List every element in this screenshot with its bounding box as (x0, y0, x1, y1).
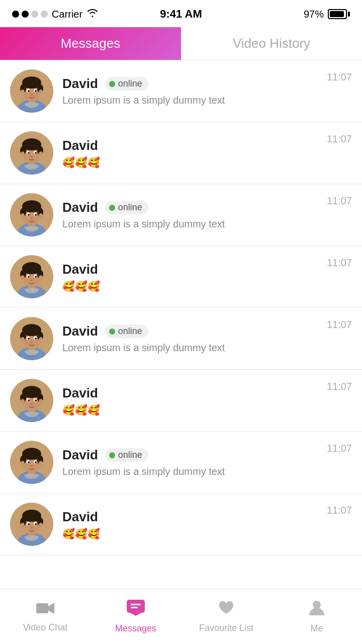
video-chat-icon (36, 601, 55, 619)
svg-point-40 (35, 214, 37, 216)
nav-me-label: Me (310, 623, 323, 634)
status-left: Carrier (12, 9, 99, 20)
svg-point-39 (28, 214, 30, 216)
message-header: David online (62, 324, 318, 339)
status-right: 97% (304, 9, 350, 20)
message-name: David (62, 200, 98, 215)
message-name: David (62, 76, 98, 92)
svg-point-41 (31, 217, 33, 219)
nav-me[interactable]: Me (272, 589, 362, 644)
message-header: David online (62, 447, 318, 463)
message-header: David online (62, 200, 318, 215)
message-content: David 🥰🥰🥰 (62, 262, 318, 292)
messages-icon (126, 599, 145, 620)
wifi-icon (86, 9, 99, 20)
avatar (10, 503, 53, 546)
online-badge: online (105, 325, 148, 338)
online-badge: online (105, 201, 148, 214)
message-header: David online (62, 76, 318, 92)
svg-point-12 (35, 90, 37, 92)
svg-point-49 (21, 275, 25, 280)
status-time: 9:41 AM (160, 8, 202, 21)
svg-point-81 (28, 399, 30, 401)
message-header: David (62, 262, 318, 277)
message-header: David (62, 385, 318, 401)
svg-rect-114 (131, 604, 141, 605)
message-content: David online Lorem ipsum is a simply dum… (62, 200, 318, 230)
svg-point-27 (31, 155, 33, 157)
svg-point-26 (35, 152, 37, 154)
svg-point-105 (21, 523, 25, 528)
message-time: 11:07 (327, 195, 352, 207)
message-item[interactable]: David online Lorem ipsum is a simply dum… (0, 432, 362, 494)
message-time: 11:07 (327, 443, 352, 454)
message-time: 11:07 (327, 133, 352, 145)
message-time: 11:07 (327, 381, 352, 392)
online-label: online (118, 78, 142, 89)
svg-point-96 (35, 461, 37, 463)
svg-point-21 (21, 151, 25, 156)
message-preview: Lorem ipsum is a simply dummy text (62, 342, 318, 354)
me-icon (309, 599, 325, 620)
svg-point-7 (21, 90, 25, 95)
svg-point-97 (31, 465, 33, 467)
svg-point-35 (21, 213, 25, 218)
svg-point-55 (31, 279, 33, 281)
message-content: David 🥰🥰🥰 (62, 385, 318, 416)
online-dot (109, 205, 115, 211)
message-content: David online Lorem ipsum is a simply dum… (62, 76, 318, 106)
online-badge: online (105, 448, 148, 462)
svg-point-106 (39, 523, 43, 528)
tab-messages[interactable]: Messages (0, 27, 181, 60)
message-content: David online Lorem ipsum is a simply dum… (62, 447, 318, 477)
svg-point-92 (39, 461, 43, 466)
online-dot (109, 452, 115, 458)
message-item[interactable]: David 🥰🥰🥰 11:07 (0, 246, 362, 308)
nav-messages[interactable]: Messages (90, 589, 181, 644)
message-item[interactable]: David online Lorem ipsum is a simply dum… (0, 308, 362, 370)
nav-favourite-list[interactable]: Favourite List (181, 589, 272, 644)
online-label: online (118, 326, 142, 337)
message-item[interactable]: David 🥰🥰🥰 11:07 (0, 494, 362, 555)
message-header: David (62, 509, 318, 525)
message-preview: 🥰🥰🥰 (62, 528, 318, 540)
message-content: David 🥰🥰🥰 (62, 509, 318, 540)
message-time: 11:07 (327, 505, 352, 516)
svg-point-109 (28, 523, 30, 525)
svg-point-116 (313, 601, 321, 609)
message-item[interactable]: David online Lorem ipsum is a simply dum… (0, 184, 362, 246)
battery-icon (328, 9, 350, 19)
svg-rect-112 (36, 603, 48, 613)
status-bar: Carrier 9:41 AM 97% (0, 0, 362, 27)
svg-point-91 (21, 461, 25, 466)
message-item[interactable]: David online Lorem ipsum is a simply dum… (0, 60, 362, 122)
svg-point-50 (39, 275, 43, 280)
online-dot (109, 81, 115, 87)
message-preview: Lorem ipsum is a simply dummy text (62, 95, 318, 106)
avatar (10, 193, 53, 236)
battery-percent: 97% (304, 9, 324, 20)
message-item[interactable]: David 🥰🥰🥰 11:07 (0, 370, 362, 432)
avatar (10, 441, 53, 484)
svg-point-83 (31, 403, 33, 405)
message-time: 11:07 (327, 71, 352, 83)
svg-point-53 (28, 276, 30, 278)
svg-point-78 (39, 399, 43, 404)
svg-point-67 (28, 338, 30, 340)
message-name: David (62, 138, 98, 153)
message-preview: Lorem ipsum is a simply dummy text (62, 218, 318, 230)
message-name: David (62, 447, 98, 463)
svg-point-69 (31, 341, 33, 343)
tab-video-history[interactable]: Video History (181, 27, 362, 60)
message-item[interactable]: David 🥰🥰🥰 11:07 (0, 122, 362, 184)
message-preview: Lorem ipsum is a simply dummy text (62, 466, 318, 477)
avatar (10, 131, 53, 175)
svg-point-111 (31, 527, 33, 529)
tab-bar: Messages Video History (0, 27, 362, 60)
message-content: David 🥰🥰🥰 (62, 138, 318, 169)
online-badge: online (105, 77, 148, 91)
message-preview: 🥰🥰🥰 (62, 280, 318, 292)
message-name: David (62, 262, 98, 277)
signal-dots (12, 11, 48, 18)
nav-video-chat[interactable]: Video Chat (0, 589, 90, 644)
